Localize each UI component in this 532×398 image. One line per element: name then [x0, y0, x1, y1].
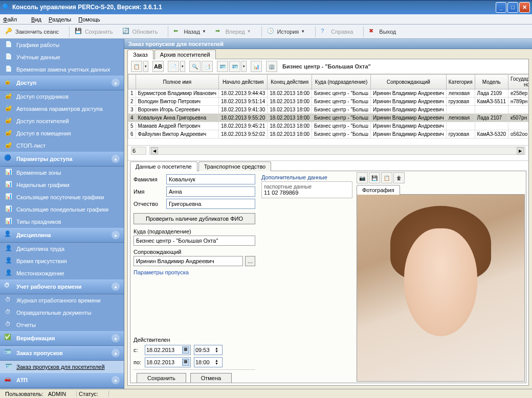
photo-tool-4[interactable]: 🗑: [393, 172, 405, 183]
patronymic-input[interactable]: [166, 199, 255, 209]
passport-label: паспортные данные: [264, 184, 350, 190]
calendar-icon[interactable]: ▦: [182, 359, 189, 366]
person-icon: 👤: [5, 257, 13, 265]
sidebar-item[interactable]: ⏱Журнал отработанного времени: [0, 294, 124, 307]
photo-tool-2[interactable]: 💾: [369, 172, 380, 183]
column-header[interactable]: Куда (подразделение): [312, 75, 371, 89]
calendar-icon[interactable]: ▦: [182, 346, 189, 354]
escort-field[interactable]: [134, 256, 243, 266]
tool-btn-3[interactable]: 📄: [168, 61, 179, 72]
history-button[interactable]: 🕓История▼: [265, 27, 307, 37]
tool-btn-1[interactable]: 📋: [131, 61, 142, 72]
table-row[interactable]: 3Воронин Игорь Сергеевич18.02.2013 9:41:…: [128, 106, 529, 114]
escort-browse-button[interactable]: …: [245, 256, 255, 266]
cancel-form-button[interactable]: Отмена: [190, 373, 232, 383]
forward-button[interactable]: ➡Вперед▼: [213, 27, 253, 37]
sidebar-item[interactable]: 📊Недельные графики: [0, 179, 124, 191]
table-row[interactable]: 5Мамаев Андрей Петрович18.02.2013 9:45:2…: [128, 122, 529, 130]
tab-order[interactable]: Заказ: [127, 50, 153, 59]
sidebar-item[interactable]: 📊Скользящие посуточные графики: [0, 191, 124, 203]
sidebar-category-verification[interactable]: ✅Верификация▲: [0, 331, 124, 346]
clock-icon: ⏱: [5, 321, 13, 329]
end-session-button[interactable]: 🔑Закончить сеанс: [3, 27, 61, 37]
sidebar-category-worktime[interactable]: ⏱Учет рабочего времени▲: [0, 279, 124, 294]
photo-tool-1[interactable]: 📷: [357, 172, 368, 183]
destination-field[interactable]: [134, 236, 255, 246]
menu-view[interactable]: Вид: [31, 16, 41, 22]
tool-btn-2[interactable]: AB: [152, 61, 164, 72]
sidebar-item[interactable]: ⏱Оправдательные документы: [0, 307, 124, 319]
sidebar-item[interactable]: 🔐Доступ сотрудников: [0, 90, 124, 103]
sidebar-item[interactable]: 📊Временные зоны: [0, 167, 124, 179]
table-row[interactable]: 4Ковальчук Анна Григорьевна18.02.2013 9:…: [128, 114, 529, 122]
collapse-icon[interactable]: ▲: [112, 79, 120, 87]
exit-icon: ✖: [369, 28, 377, 36]
sidebar-item[interactable]: 📄Временная замена учетных данных: [0, 63, 124, 76]
sidebar-item[interactable]: 🔐СТОП-лист: [0, 139, 124, 152]
help-button: ?Справка: [319, 27, 355, 37]
to-time-input[interactable]: 18:00▲▼: [194, 357, 223, 367]
pass-params-link[interactable]: Параметры пропуска: [134, 269, 189, 275]
sidebar-item[interactable]: 🔐Автозамена параметров доступа: [0, 103, 124, 115]
from-time-input[interactable]: 09:53▲▼: [194, 345, 223, 355]
sidebar-item[interactable]: 👤Дисциплина труда: [0, 243, 124, 255]
from-date-input[interactable]: 18.02.2013▦: [145, 345, 191, 355]
sidebar-category-params[interactable]: 🔵Параметры доступа▲: [0, 152, 124, 167]
exit-button[interactable]: ✖Выход: [367, 27, 398, 37]
save-form-button[interactable]: Сохранить: [137, 373, 186, 383]
tab-vehicle[interactable]: Транспортное средство: [198, 161, 272, 171]
sidebar-category-access[interactable]: 🔒Доступ▲: [0, 76, 124, 90]
column-header[interactable]: Модель: [475, 75, 508, 89]
sidebar-category-atp[interactable]: 🚗АТП▲: [0, 373, 124, 388]
column-header[interactable]: Категория: [446, 75, 475, 89]
column-header[interactable]: Начало действия: [219, 75, 268, 89]
tool-btn-8[interactable]: 📊: [251, 61, 262, 72]
tool-btn-9[interactable]: 🏢: [266, 61, 277, 72]
sidebar-item[interactable]: 🔐Доступ в помещения: [0, 127, 124, 139]
name-input[interactable]: [166, 186, 255, 197]
sidebar-item[interactable]: 📊Типы праздников: [0, 216, 124, 228]
h-scrollbar[interactable]: ◀▶: [149, 147, 525, 155]
sidebar-item[interactable]: 🚗АТП: транспортные средства: [0, 388, 124, 389]
sidebar-item[interactable]: 👤Местонахождение: [0, 267, 124, 279]
column-header[interactable]: Полное имя: [136, 75, 218, 89]
photo-tool-3[interactable]: 📋: [381, 172, 392, 183]
tool-btn-6[interactable]: 🪪: [217, 61, 228, 72]
sidebar-category-discipline[interactable]: 👤Дисциплина▲: [0, 228, 124, 243]
surname-input[interactable]: [166, 174, 255, 184]
visitors-table[interactable]: Полное имяНачало действияКонец действияК…: [128, 74, 528, 146]
to-date-input[interactable]: 18.02.2013▦: [145, 357, 191, 367]
check-duplicates-button[interactable]: Проверить наличие дубликатов ФИО: [134, 213, 255, 224]
sidebar-item[interactable]: 📄Графики работы: [0, 39, 124, 51]
maximize-button[interactable]: □: [507, 2, 518, 13]
person-icon: 👤: [4, 230, 13, 240]
menu-file[interactable]: Файл: [3, 16, 24, 22]
tool-btn-7[interactable]: 🪪: [229, 61, 240, 72]
tool-btn-5[interactable]: 📑: [202, 61, 213, 72]
table-row[interactable]: 2Володин Виктор Петрович18.02.2013 9:51:…: [128, 98, 529, 106]
sidebar-item[interactable]: 🔐Доступ посетителей: [0, 115, 124, 127]
arrow-right-icon: ➡: [215, 28, 224, 36]
column-header[interactable]: Государственный номер: [508, 75, 528, 89]
tab-visitor-data[interactable]: Данные о посетителе: [130, 161, 197, 171]
column-header[interactable]: Конец действия: [268, 75, 312, 89]
close-button[interactable]: ✕: [519, 2, 530, 13]
sidebar-item[interactable]: 📄Учётные данные: [0, 51, 124, 63]
minimize-button[interactable]: _: [496, 2, 506, 13]
tab-archive[interactable]: Архив посетителей: [154, 50, 216, 59]
column-header[interactable]: [128, 75, 136, 89]
tool-btn-4[interactable]: 🔍: [189, 61, 201, 72]
sidebar-category-passes[interactable]: 🪪Заказ пропусков▲: [0, 346, 124, 361]
column-header[interactable]: Сопровождающий: [370, 75, 446, 89]
sidebar-item-order-passes[interactable]: 🪪Заказ пропусков для посетителей: [0, 361, 124, 373]
menu-help[interactable]: Помощь: [78, 16, 100, 22]
sidebar-item[interactable]: 📊Скользящие понедельные графики: [0, 203, 124, 216]
tab-photo[interactable]: Фотография: [357, 185, 400, 195]
sidebar-item[interactable]: 👤Время присутствия: [0, 255, 124, 267]
back-button[interactable]: ⬅Назад▼: [171, 27, 208, 37]
table-row[interactable]: 6Файзулин Виктор Андреевич18.02.2013 9:5…: [128, 130, 529, 138]
pie-icon: 🔵: [4, 154, 13, 163]
menu-sections[interactable]: Разделы: [49, 16, 71, 22]
table-row[interactable]: 1Бурмистров Владимир Иванович18.02.2013 …: [128, 89, 529, 98]
sidebar-item[interactable]: ⏱Отчеты: [0, 319, 124, 331]
